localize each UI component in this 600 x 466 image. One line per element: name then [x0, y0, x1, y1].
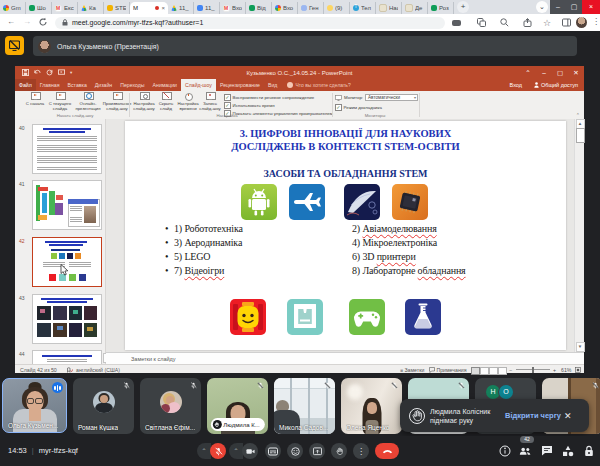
chat-icon[interactable] — [541, 445, 553, 457]
ribbon-from-current-button[interactable]: С текущего слайда — [47, 92, 73, 112]
browser-tab[interactable]: 11_ — [168, 2, 194, 14]
ribbon-record-slideshow-button[interactable]: Запись слайд-шоу — [199, 92, 221, 112]
camera-options-chevron[interactable]: ⌃ — [229, 443, 243, 459]
ribbon-hide-slide-button[interactable]: Скрыть слайд — [157, 92, 175, 112]
slide-thumbnail-41[interactable] — [32, 180, 102, 230]
stop-presenting-chip[interactable] — [5, 36, 24, 55]
translate-icon[interactable] — [477, 18, 486, 27]
side-panel-icon[interactable] — [562, 18, 571, 27]
reactions-button[interactable] — [287, 443, 303, 459]
forward-icon[interactable]: → — [22, 17, 32, 27]
ribbon-tab-animations[interactable]: Анимации — [149, 79, 181, 91]
browser-tab[interactable]: Де — [402, 2, 428, 14]
comments-toggle[interactable]: Примечания — [429, 367, 466, 373]
ribbon-custom-show-button[interactable]: Произвольное слайд-шоу — [102, 92, 132, 112]
window-close-button[interactable]: × — [582, 0, 600, 14]
browser-tab[interactable]: Вхо — [272, 2, 298, 14]
view-slideshow-button[interactable] — [498, 367, 507, 375]
share-icon[interactable] — [523, 18, 532, 27]
slide-canvas[interactable]: 3. ЦИФРОВІ ІННОВАЦІЇ ДЛЯ НАУКОВИХ ДОСЛІД… — [125, 121, 566, 350]
ribbon-rehearse-timings-button[interactable]: Настройка времени — [176, 92, 200, 112]
view-reading-button[interactable] — [489, 367, 498, 375]
language-status[interactable]: английский (США) — [76, 367, 120, 373]
tab-search-chevron-icon[interactable]: ⌄ — [536, 1, 548, 13]
end-call-button[interactable] — [375, 443, 399, 459]
ribbon-tab-design[interactable]: Дизайн — [91, 79, 116, 91]
new-tab-button[interactable]: + — [457, 1, 469, 13]
zoom-slider-knob[interactable] — [532, 367, 534, 373]
spellcheck-icon[interactable] — [67, 367, 73, 373]
activities-icon[interactable] — [562, 445, 574, 457]
more-options-button[interactable]: ⋮ — [353, 443, 369, 459]
slide-thumbnail-44[interactable] — [32, 350, 102, 364]
checkbox-use-timings[interactable]: ✓Использовать время — [224, 102, 275, 109]
browser-tab[interactable]: Шо — [26, 2, 52, 14]
slide-thumbnail-40[interactable] — [32, 124, 102, 174]
participant-tile-mykola[interactable]: Микола Садов... — [274, 378, 335, 434]
zoom-icon[interactable] — [500, 18, 509, 27]
raised-hand-chip[interactable]: Людмила К... — [210, 418, 264, 431]
ribbon-tab-review[interactable]: Рецензирование — [216, 79, 264, 91]
browser-tab[interactable]: Роз — [428, 2, 454, 14]
browser-menu-icon[interactable]: ⋮ — [592, 17, 600, 26]
captions-button[interactable] — [265, 443, 281, 459]
ribbon-tab-slideshow[interactable]: Слайд-шоу — [181, 79, 216, 91]
ribbon-tab-view[interactable]: Вид — [264, 79, 281, 91]
notes-toggle[interactable]: ≡ Заметки — [400, 367, 424, 373]
scrollbar-thumb[interactable] — [576, 128, 585, 143]
ribbon-tab-home[interactable]: Главная — [36, 79, 64, 91]
host-controls-icon[interactable] — [583, 445, 595, 457]
raise-hand-button[interactable] — [331, 443, 347, 459]
browser-tab[interactable]: Gm — [0, 2, 26, 14]
ppt-share-button[interactable]: Общий доступ — [534, 79, 578, 91]
bookmark-star-icon[interactable]: ☆ — [543, 18, 551, 28]
reload-icon[interactable] — [38, 17, 48, 27]
present-screen-button[interactable] — [309, 443, 325, 459]
browser-tab[interactable]: Нас — [376, 2, 402, 14]
ribbon-present-online-button[interactable]: Онлайн-презентация — [74, 92, 102, 112]
scroll-down-icon[interactable]: ▼ — [576, 342, 585, 352]
browser-tab[interactable]: STE — [104, 2, 130, 14]
checkbox-presenter-view[interactable]: ✓Режим докладчика — [335, 104, 382, 111]
view-normal-button[interactable] — [471, 367, 480, 375]
participant-tile-svitlana[interactable]: Світлана Єфім... — [140, 378, 201, 434]
browser-tab[interactable]: Ка — [78, 2, 104, 14]
monitor-select[interactable]: Автоматически — [365, 94, 418, 101]
slide-thumbnail-43[interactable] — [32, 294, 102, 344]
mic-options-chevron[interactable]: ⌃ — [197, 443, 211, 459]
fit-to-window-icon[interactable] — [575, 367, 581, 373]
browser-tab[interactable]: (9) — [324, 2, 350, 14]
browser-tab[interactable]: Ген — [298, 2, 324, 14]
camera-button[interactable] — [242, 443, 258, 459]
browser-tab[interactable]: Від — [246, 2, 272, 14]
omnibox-url-field[interactable]: meet.google.com/myr-tfzs-kqf?authuser=1 — [55, 17, 445, 29]
slide-scrollbar[interactable]: ▲ ▼ — [574, 119, 584, 352]
meeting-details-icon[interactable] — [499, 445, 511, 457]
back-icon[interactable]: ← — [6, 17, 16, 27]
open-queue-button[interactable]: Відкрити чергу — [502, 411, 564, 420]
view-sorter-button[interactable] — [480, 367, 489, 375]
window-maximize-button[interactable]: ▢ — [566, 0, 582, 14]
browser-tab-active-meet[interactable]: M× — [130, 2, 168, 14]
browser-tab[interactable]: Тел — [350, 2, 376, 14]
notification-close-icon[interactable]: ✕ — [564, 411, 572, 421]
participant-tile-liudmyla[interactable]: Людмила К... — [207, 378, 268, 434]
participant-tile-olena[interactable]: Олена Яценко — [341, 378, 402, 434]
ribbon-tab-transitions[interactable]: Переходы — [116, 79, 148, 91]
zoom-in-icon[interactable]: + — [553, 367, 556, 373]
tell-me-box[interactable]: Что вы хотите сделать? — [281, 82, 350, 88]
browser-tab[interactable]: Екс — [52, 2, 78, 14]
slide-thumbnail-42-selected[interactable] — [32, 237, 102, 287]
ribbon-setup-slideshow-button[interactable]: Настройка слайд-шоу — [132, 92, 156, 112]
ribbon-tab-insert[interactable]: Вставка — [64, 79, 91, 91]
ribbon-tab-file[interactable]: Файл — [15, 79, 36, 91]
mic-mute-button[interactable] — [210, 443, 226, 459]
ribbon-from-start-button[interactable]: С начала — [24, 92, 46, 107]
collapse-ribbon-icon[interactable]: ⌃ — [576, 112, 580, 118]
zoom-percent[interactable]: 61% — [561, 367, 571, 373]
ribbon-display-options-icon[interactable]: ⌃ — [520, 66, 536, 79]
zoom-out-icon[interactable]: − — [509, 367, 512, 373]
participant-tile-olha[interactable]: Ольга Кузьмен... — [2, 378, 67, 433]
profile-avatar[interactable] — [576, 17, 587, 28]
browser-tab[interactable]: Вхо — [220, 2, 246, 14]
